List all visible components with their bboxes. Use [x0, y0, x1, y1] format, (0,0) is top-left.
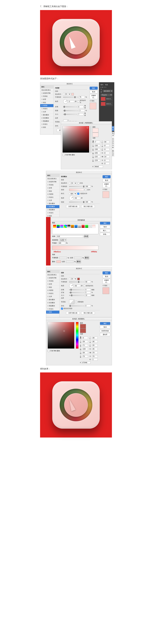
item-satin[interactable]: 光泽 [46, 199, 59, 202]
strike-icon[interactable]: T̶ [102, 86, 103, 88]
cp-ok-button[interactable]: 确定 [100, 322, 110, 325]
color-swatch[interactable] [71, 93, 74, 96]
preview-checkbox[interactable]: ☑ 预览 [90, 100, 98, 102]
lb-input[interactable] [104, 148, 110, 150]
size-slider[interactable] [69, 295, 84, 296]
text-icon[interactable]: T [104, 86, 105, 88]
item-color-overlay[interactable]: 颜色叠加 [46, 298, 59, 301]
item-texture[interactable]: 纹理 [46, 186, 59, 190]
distance-input[interactable] [85, 288, 91, 291]
item-gradient-overlay[interactable]: 渐变叠加 [46, 205, 59, 208]
b-input[interactable] [83, 344, 88, 346]
size-input[interactable] [85, 294, 91, 296]
new-button[interactable]: 新建 [84, 235, 89, 238]
b-input[interactable] [95, 148, 100, 150]
opacity-input[interactable] [85, 281, 91, 283]
item-blend-opts[interactable]: 混合选项:默认 [46, 273, 59, 276]
new-style-button[interactable]: 新建样式... [103, 183, 111, 188]
item-inner-shadow[interactable]: 内阴影 [46, 289, 59, 292]
color-stop-swatch[interactable] [56, 260, 61, 263]
location-input-2[interactable] [66, 260, 73, 263]
item-inner-glow[interactable]: 内发光 [46, 196, 59, 199]
choke-input[interactable] [79, 110, 85, 112]
ge-ok-button[interactable]: 确定 [100, 222, 110, 225]
cp-color-lib-button[interactable]: 颜色库 [100, 333, 110, 336]
preview-checkbox[interactable]: ☑ 预览 [103, 284, 111, 287]
underline-icon[interactable]: T̲ [101, 86, 101, 88]
gradient-bar[interactable] [52, 246, 98, 250]
blend-mode-select[interactable]: 正常 [63, 93, 71, 96]
hue-slider[interactable] [76, 322, 79, 348]
size-input[interactable] [78, 113, 84, 116]
lb-input[interactable] [93, 344, 98, 346]
c-input[interactable] [93, 348, 98, 350]
angle-input[interactable] [74, 197, 80, 199]
m-input[interactable] [93, 352, 98, 354]
tab-swatch[interactable]: 色板 [105, 84, 108, 86]
choke-slider[interactable] [63, 110, 78, 111]
distance-input[interactable] [78, 106, 84, 108]
noise-input[interactable] [85, 305, 91, 307]
ok-button[interactable]: 确定 [90, 87, 98, 90]
angle-input[interactable] [68, 100, 74, 103]
angle-input[interactable] [74, 285, 80, 287]
g-input[interactable] [83, 352, 88, 354]
item-color-overlay[interactable]: 颜色叠加 [40, 114, 53, 116]
color-field[interactable] [62, 126, 89, 153]
preview-checkbox[interactable]: ☑ 预览 [103, 188, 111, 190]
anti-alias-checkbox[interactable] [75, 301, 77, 303]
k-input[interactable] [93, 358, 98, 360]
item-pattern-overlay[interactable]: 图案叠加 [46, 208, 59, 211]
noise-slider[interactable] [69, 306, 84, 306]
dither-checkbox[interactable] [77, 182, 79, 184]
blend-mode-select[interactable]: 正常 [69, 182, 77, 184]
item-contour[interactable]: 等高线 [40, 95, 53, 98]
current-color-swatch[interactable] [80, 328, 86, 333]
item-satin[interactable]: 光泽 [46, 295, 59, 298]
item-stroke[interactable]: 描边 [46, 190, 59, 193]
item-outer-glow[interactable]: 外发光 [46, 211, 59, 214]
h-input[interactable] [95, 141, 100, 143]
text-icon-2[interactable]: T [105, 86, 106, 88]
item-gradient-overlay[interactable]: 渐变叠加 [40, 116, 53, 120]
item-texture[interactable]: 纹理 [46, 283, 59, 286]
new-style-button[interactable]: 新建样式... [90, 94, 98, 99]
global-light-checkbox[interactable] [77, 100, 79, 102]
cancel-button[interactable]: 取消 [103, 275, 111, 278]
cp-add-swatch-button[interactable]: 添加到色板 [112, 138, 114, 149]
item-satin[interactable]: 光泽 [40, 110, 53, 114]
angle-dial[interactable] [69, 284, 74, 288]
cp-cancel-button[interactable]: 取消 [112, 132, 114, 137]
distance-slider[interactable] [69, 289, 84, 290]
cp-ok-button[interactable]: 确定 [112, 126, 114, 131]
distance-slider[interactable] [63, 106, 77, 107]
set-default-button[interactable]: 设置为默认值 [66, 312, 80, 314]
ge-cancel-button[interactable]: 取消 [100, 226, 110, 228]
item-inner-shadow[interactable]: 内阴影 [46, 193, 59, 196]
reverse-checkbox[interactable] [85, 189, 87, 191]
gradient-presets[interactable] [52, 224, 98, 234]
y-input[interactable] [93, 355, 98, 358]
item-pattern-overlay[interactable]: 图案叠加 [40, 120, 53, 123]
item-pattern-overlay[interactable]: 图案叠加 [46, 304, 59, 308]
contour-picker[interactable] [69, 300, 74, 304]
cp-add-swatch-button[interactable]: 添加到色板 [100, 330, 110, 332]
color-field[interactable] [48, 322, 74, 348]
s-input[interactable] [83, 340, 88, 343]
bl-input[interactable] [83, 355, 88, 358]
opacity-slider[interactable] [69, 282, 84, 282]
location-input[interactable] [74, 257, 82, 259]
delete-button-2[interactable]: 删除 [77, 260, 81, 263]
item-inner-shadow[interactable]: 内阴影 [40, 104, 53, 107]
spread-slider[interactable] [69, 292, 84, 293]
c-input[interactable] [104, 152, 110, 154]
item-outer-glow[interactable]: 外发光 [46, 308, 59, 310]
angle-dial[interactable] [69, 196, 74, 200]
s-input[interactable] [95, 144, 100, 147]
layer-thumb-1[interactable]: 2015-5... [101, 96, 113, 101]
l-input[interactable] [93, 337, 98, 339]
angle-dial[interactable] [63, 99, 67, 104]
g-input[interactable] [95, 156, 100, 158]
cancel-button[interactable]: 取消 [90, 90, 98, 93]
m-input[interactable] [104, 156, 110, 158]
